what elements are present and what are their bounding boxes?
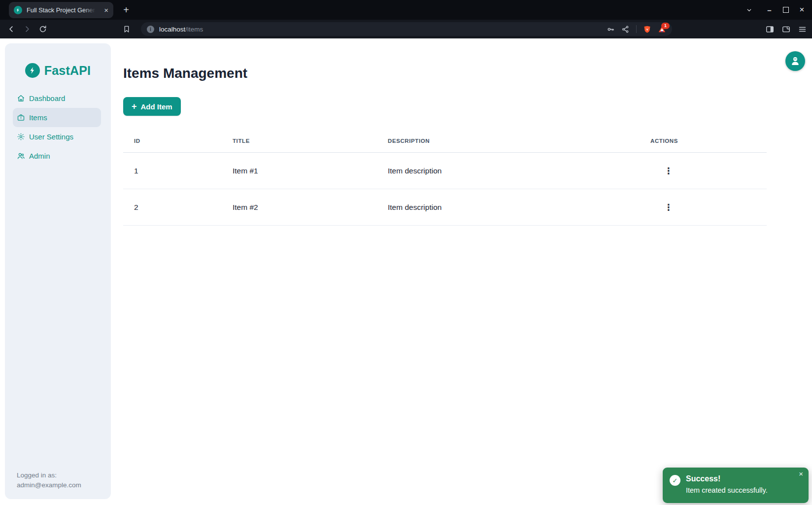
sidebar-item-items[interactable]: Items [13, 108, 101, 127]
toast-close-icon[interactable]: × [799, 470, 803, 477]
tab-close-icon[interactable]: × [104, 6, 108, 14]
table-header-row: ID TITLE DESCRIPTION ACTIONS [123, 130, 767, 153]
items-table: ID TITLE DESCRIPTION ACTIONS 1 Item #1 I… [123, 130, 767, 226]
check-circle-icon: ✓ [670, 475, 680, 486]
key-icon[interactable] [607, 25, 615, 34]
plus-icon: + [132, 102, 137, 111]
column-header-title: TITLE [233, 138, 388, 144]
address-bar[interactable]: i localhost/items 1 [141, 22, 672, 36]
bookmark-icon[interactable] [120, 20, 133, 38]
forward-button[interactable] [21, 20, 34, 38]
sidebar-item-label: Items [29, 113, 47, 122]
sidebar-item-label: Admin [29, 152, 50, 160]
menu-icon[interactable] [798, 25, 807, 34]
brave-shield-icon[interactable] [643, 25, 651, 34]
url-text: localhost/items [159, 26, 203, 33]
table-row: 2 Item #2 Item description ⋮ [123, 189, 767, 226]
toolbar-right-actions [765, 20, 807, 38]
gear-icon [17, 133, 25, 141]
reload-button[interactable] [36, 20, 49, 38]
home-icon [17, 94, 25, 102]
maximize-button[interactable] [778, 7, 794, 13]
back-button[interactable] [5, 20, 18, 38]
cell-description: Item description [388, 203, 650, 212]
row-actions-menu-button[interactable]: ⋮ [661, 201, 676, 214]
user-avatar-button[interactable] [785, 51, 805, 71]
brand: FastAPI [5, 63, 111, 78]
brave-rewards-icon[interactable]: 1 [658, 25, 666, 34]
site-info-icon[interactable]: i [147, 26, 154, 33]
column-header-description: DESCRIPTION [388, 138, 650, 144]
page-title: Items Management [123, 66, 774, 81]
sidebar-toggle-icon[interactable] [765, 25, 775, 34]
sidebar-item-admin[interactable]: Admin [5, 146, 111, 166]
new-tab-button[interactable]: + [120, 3, 133, 16]
column-header-id: ID [123, 138, 233, 144]
fastapi-favicon-icon [14, 6, 22, 14]
browser-tab[interactable]: Full Stack Project Genera × [9, 2, 113, 18]
cell-title: Item #2 [233, 203, 388, 212]
sidebar-item-label: User Settings [29, 133, 73, 141]
sidebar-item-user-settings[interactable]: User Settings [5, 127, 111, 146]
briefcase-icon [17, 113, 25, 122]
users-icon [17, 152, 25, 160]
sidebar-item-label: Dashboard [29, 94, 65, 102]
success-toast: ✓ Success! Item created successfully. × [663, 468, 809, 503]
row-actions-menu-button[interactable]: ⋮ [661, 165, 676, 177]
url-path: /items [185, 26, 203, 33]
wallet-icon[interactable] [781, 25, 791, 34]
sidebar-item-dashboard[interactable]: Dashboard [5, 89, 111, 108]
browser-titlebar: Full Stack Project Genera × + – × [0, 0, 812, 20]
cell-description: Item description [388, 167, 650, 175]
toolbar-divider [636, 25, 637, 33]
cell-title: Item #1 [233, 167, 388, 175]
main-content: Items Management + Add Item ID TITLE DES… [123, 38, 774, 226]
rewards-badge: 1 [661, 23, 670, 29]
add-item-button[interactable]: + Add Item [123, 97, 181, 116]
url-host: localhost [159, 26, 185, 33]
cell-id: 1 [123, 167, 233, 175]
brand-name: FastAPI [44, 64, 91, 78]
user-icon [789, 55, 801, 67]
browser-toolbar: i localhost/items 1 [0, 20, 812, 38]
window-controls: – × [741, 0, 810, 20]
toast-message: Item created successfully. [686, 484, 768, 496]
sidebar: FastAPI Dashboard Items User Settings Ad… [5, 43, 111, 499]
tab-search-chevron-icon[interactable] [741, 7, 757, 13]
logged-in-label: Logged in as: [17, 471, 81, 480]
minimize-button[interactable]: – [761, 6, 778, 14]
share-icon[interactable] [621, 25, 630, 34]
column-header-actions: ACTIONS [650, 138, 767, 144]
fastapi-logo-icon [25, 63, 40, 78]
tab-title-fade [84, 4, 99, 16]
toast-title: Success! [686, 473, 768, 484]
table-row: 1 Item #1 Item description ⋮ [123, 153, 767, 189]
logged-in-info: Logged in as: admin@example.com [17, 471, 81, 490]
toast-text: Success! Item created successfully. [686, 473, 768, 497]
window-close-button[interactable]: × [794, 5, 810, 15]
logged-in-email: admin@example.com [17, 480, 81, 490]
add-item-label: Add Item [141, 102, 172, 111]
app-page: FastAPI Dashboard Items User Settings Ad… [0, 38, 812, 505]
cell-id: 2 [123, 203, 233, 212]
maximize-icon [783, 7, 789, 13]
address-bar-actions: 1 [607, 25, 666, 34]
sidebar-nav: Dashboard Items User Settings Admin [5, 89, 111, 166]
